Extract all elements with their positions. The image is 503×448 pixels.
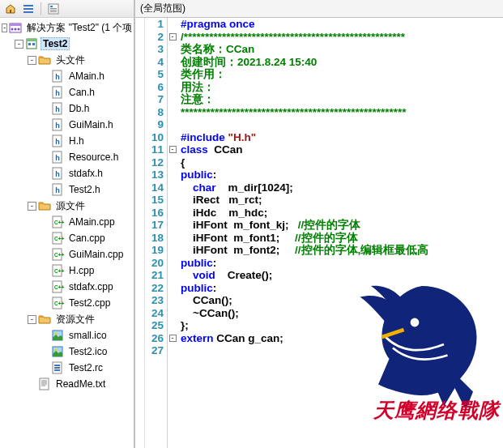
- tree-twisty: [40, 169, 49, 178]
- code-line[interactable]: ~CCan();: [181, 307, 503, 320]
- fold-toggle[interactable]: -: [169, 33, 177, 41]
- code-line[interactable]: iHFont m_font1; //控件的字体: [181, 232, 503, 245]
- tree-label: Can.h: [66, 86, 97, 99]
- tree-twisty[interactable]: -: [15, 40, 23, 49]
- code-area[interactable]: #pragma once/***************************…: [177, 18, 503, 448]
- code-line[interactable]: public:: [181, 169, 503, 181]
- file-node[interactable]: C++H.cpp: [0, 262, 134, 279]
- tree-label: 解决方案 "Test2" (1 个项: [24, 20, 134, 36]
- code-line[interactable]: void Create();: [181, 269, 503, 282]
- svg-text:C++: C++: [54, 220, 64, 225]
- folder-node[interactable]: -头文件: [0, 52, 134, 68]
- file-node[interactable]: hResource.h: [0, 149, 134, 165]
- tree-label: Test2.ico: [66, 345, 109, 358]
- fold-toggle[interactable]: -: [169, 146, 177, 153]
- code-line[interactable]: public:: [181, 257, 503, 270]
- code-line[interactable]: ****************************************…: [181, 106, 503, 119]
- tree-twisty[interactable]: -: [2, 23, 7, 32]
- line-number: 12: [145, 156, 164, 169]
- code-line[interactable]: class CCan: [181, 143, 503, 156]
- tree-label: stdafx.h: [66, 167, 105, 180]
- folder-node[interactable]: -资源文件: [0, 311, 134, 327]
- code-line[interactable]: };: [181, 319, 503, 332]
- tree-icon: C++: [51, 248, 64, 261]
- code-line[interactable]: 类作用：: [181, 68, 503, 81]
- code-line[interactable]: char m_dir[1024];: [181, 181, 503, 194]
- code-line[interactable]: iHFont m_font_kj; //控件的字体: [181, 219, 503, 232]
- project-node[interactable]: -Test2: [0, 36, 134, 52]
- tree-twisty: [40, 250, 49, 259]
- file-node[interactable]: ReadMe.txt: [0, 376, 134, 392]
- svg-rect-6: [50, 8, 57, 9]
- tree-twisty: [40, 331, 49, 340]
- file-node[interactable]: hGuiMain.h: [0, 117, 134, 133]
- code-line[interactable]: 用法：: [181, 81, 503, 94]
- file-node[interactable]: C++stdafx.cpp: [0, 279, 134, 295]
- file-node[interactable]: hDb.h: [0, 100, 134, 117]
- tree-twisty[interactable]: -: [28, 315, 36, 324]
- code-line[interactable]: 类名称：CCan: [181, 43, 503, 56]
- breadcrumb[interactable]: (全局范围): [135, 0, 503, 18]
- tree-icon: h: [51, 151, 64, 164]
- svg-rect-3: [23, 11, 33, 13]
- tree-icon: [38, 199, 51, 212]
- solution-tree[interactable]: -解决方案 "Test2" (1 个项-Test2-头文件hAMain.hhCa…: [0, 18, 134, 448]
- tree-icon: C++: [51, 297, 64, 309]
- tree-label: Test2: [40, 37, 70, 50]
- tree-label: AMain.cpp: [66, 215, 117, 228]
- code-line[interactable]: extern CCan g_can;: [181, 332, 503, 345]
- tree-label: stdafx.cpp: [66, 280, 116, 293]
- tree-icon: C++: [51, 264, 64, 277]
- rows-icon[interactable]: [21, 2, 36, 16]
- code-line[interactable]: #include "H.h": [181, 131, 503, 144]
- home-icon[interactable]: [3, 2, 18, 16]
- file-node[interactable]: hstdafx.h: [0, 165, 134, 181]
- tree-label: 资源文件: [53, 312, 97, 327]
- code-line[interactable]: CCan();: [181, 294, 503, 307]
- svg-rect-2: [23, 8, 33, 10]
- code-line[interactable]: public:: [181, 282, 503, 295]
- file-node[interactable]: C++AMain.cpp: [0, 214, 134, 230]
- file-node[interactable]: C++Can.cpp: [0, 230, 134, 246]
- code-editor[interactable]: 1234567891011121314151617181920212223242…: [135, 18, 503, 448]
- code-line[interactable]: {: [181, 156, 503, 169]
- tree-twisty[interactable]: -: [28, 56, 36, 65]
- tree-twisty[interactable]: -: [28, 202, 36, 211]
- solution-node[interactable]: -解决方案 "Test2" (1 个项: [0, 19, 134, 36]
- code-line[interactable]: /***************************************…: [181, 31, 503, 44]
- line-number: 2: [145, 31, 164, 44]
- code-line[interactable]: iHdc m_hdc;: [181, 207, 503, 220]
- file-node[interactable]: C++GuiMain.cpp: [0, 246, 134, 262]
- line-number: 27: [145, 344, 164, 357]
- line-number: 20: [145, 257, 164, 270]
- code-line[interactable]: 创建时间：2021.8.24 15:40: [181, 56, 503, 69]
- svg-rect-1: [23, 5, 33, 6]
- properties-icon[interactable]: [46, 2, 61, 16]
- code-line[interactable]: [181, 344, 503, 357]
- line-number: 7: [145, 93, 164, 106]
- file-node[interactable]: small.ico: [0, 327, 134, 343]
- file-node[interactable]: hH.h: [0, 133, 134, 149]
- tree-twisty: [40, 88, 49, 97]
- tree-icon: h: [51, 102, 64, 115]
- file-node[interactable]: hTest2.h: [0, 181, 134, 198]
- file-node[interactable]: C++Test2.cpp: [0, 295, 134, 311]
- code-line[interactable]: iHFont m_font2; //控件的字体,编辑框最低高: [181, 244, 503, 257]
- tree-label: ReadMe.txt: [53, 378, 108, 390]
- editor-pane: (全局范围) 123456789101112131415161718192021…: [135, 0, 503, 448]
- file-node[interactable]: Test2.rc: [0, 360, 134, 376]
- code-line[interactable]: #pragma once: [181, 18, 503, 31]
- line-number: 14: [145, 181, 164, 194]
- file-node[interactable]: hAMain.h: [0, 68, 134, 84]
- file-node[interactable]: hCan.h: [0, 84, 134, 100]
- tree-icon: [25, 37, 38, 50]
- fold-toggle[interactable]: -: [169, 335, 177, 342]
- folder-node[interactable]: -源文件: [0, 198, 134, 214]
- code-line[interactable]: [181, 118, 503, 131]
- fold-gutter[interactable]: [135, 18, 145, 448]
- code-line[interactable]: iRect m_rct;: [181, 194, 503, 207]
- file-node[interactable]: Test2.ico: [0, 343, 134, 360]
- line-number: 4: [145, 56, 164, 69]
- code-line[interactable]: 注意：: [181, 93, 503, 106]
- svg-point-13: [18, 28, 20, 31]
